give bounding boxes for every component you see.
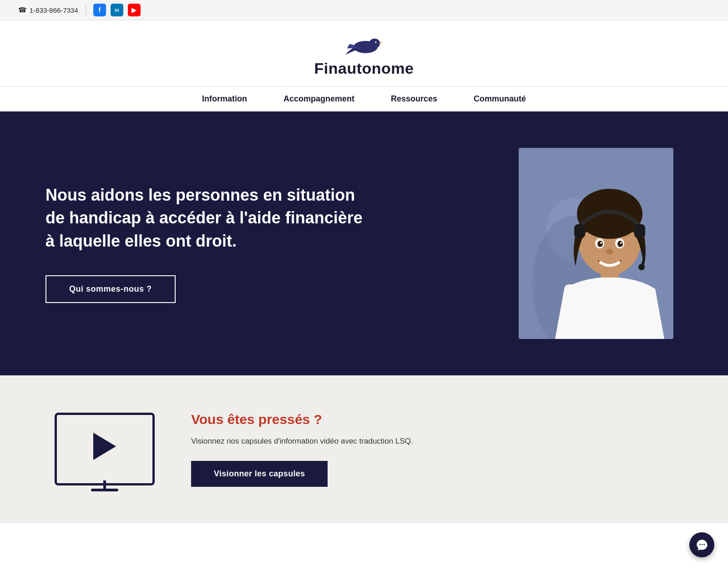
- video-section: Vous êtes pressés ? Visionnez nos capsul…: [0, 375, 728, 523]
- hero-section: Nous aidons les personnes en situation d…: [0, 111, 728, 375]
- svg-point-16: [600, 242, 602, 244]
- top-bar: ☎ 1-833-866-7334 f in ▶: [0, 0, 728, 20]
- nav-item-ressources[interactable]: Ressources: [391, 94, 437, 104]
- video-section-text: Visionnez nos capsules d'information vid…: [191, 435, 673, 447]
- nav-item-communaute[interactable]: Communauté: [474, 94, 526, 104]
- site-title: Finautonome: [314, 60, 414, 77]
- svg-point-3: [376, 42, 377, 43]
- svg-point-17: [620, 242, 622, 244]
- svg-point-21: [638, 264, 645, 270]
- hero-image: [519, 148, 673, 339]
- svg-point-15: [617, 241, 623, 247]
- site-header: Finautonome: [0, 20, 728, 87]
- logo-area[interactable]: Finautonome: [314, 34, 414, 77]
- video-cta-button[interactable]: Visionner les capsules: [191, 461, 328, 487]
- facebook-icon[interactable]: f: [93, 4, 106, 16]
- youtube-icon[interactable]: ▶: [128, 4, 141, 16]
- svg-rect-19: [574, 224, 585, 238]
- hero-agent-illustration: [519, 148, 673, 339]
- linkedin-icon[interactable]: in: [111, 4, 123, 16]
- monitor-stand: [91, 480, 118, 491]
- hero-content: Nous aidons les personnes en situation d…: [46, 184, 364, 303]
- video-monitor-icon: [55, 413, 155, 485]
- hero-heading: Nous aidons les personnes en situation d…: [46, 184, 364, 253]
- svg-point-18: [606, 249, 613, 254]
- svg-rect-20: [634, 224, 645, 238]
- nav-item-information[interactable]: Information: [202, 94, 247, 104]
- svg-point-1: [369, 39, 380, 48]
- video-section-heading: Vous êtes pressés ?: [191, 412, 673, 427]
- main-nav: Information Accompagnement Ressources Co…: [0, 87, 728, 111]
- phone-number[interactable]: ☎ 1-833-866-7334: [18, 6, 78, 14]
- nav-item-accompagnement[interactable]: Accompagnement: [283, 94, 354, 104]
- video-section-content: Vous êtes pressés ? Visionnez nos capsul…: [191, 412, 673, 487]
- svg-point-14: [597, 241, 603, 247]
- hero-cta-button[interactable]: Qui sommes-nous ?: [46, 275, 176, 303]
- phone-icon: ☎: [18, 6, 27, 14]
- play-triangle-icon: [93, 433, 116, 460]
- social-icons-group: f in ▶: [93, 4, 141, 16]
- top-bar-divider: [86, 5, 86, 15]
- logo-bird-icon: [346, 34, 382, 57]
